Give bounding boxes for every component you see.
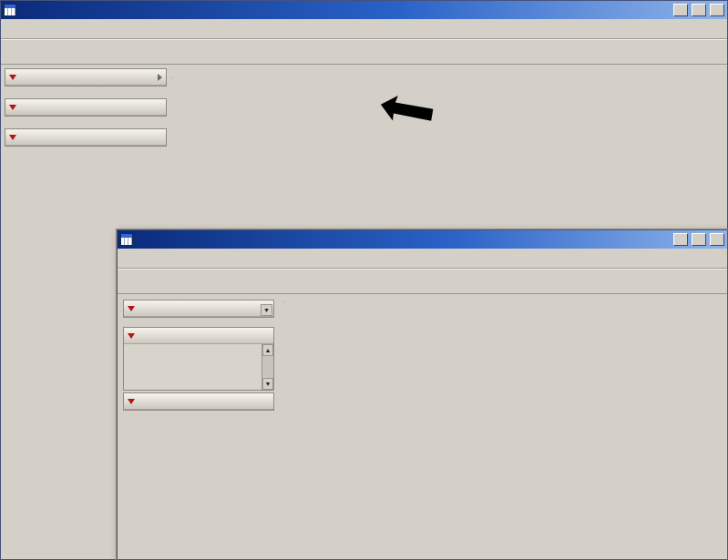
columns-panel [5, 98, 167, 117]
columns-list-wrap [124, 344, 273, 390]
window-big-class [117, 229, 728, 560]
rows-panel-header[interactable] [5, 129, 166, 146]
red-triangle-menu-icon[interactable] [128, 399, 135, 404]
maximize-button[interactable] [692, 233, 706, 246]
scroll-up-button[interactable] [262, 344, 273, 356]
toolbar [118, 269, 727, 294]
table-scripts-panel [5, 68, 167, 87]
chevron-right-icon[interactable] [158, 74, 162, 81]
scroll-down-button[interactable] [262, 378, 273, 390]
rows-panel [123, 392, 274, 411]
menu-bar [118, 249, 727, 269]
columns-panel-header[interactable] [124, 328, 273, 344]
table-scripts-panel [123, 300, 274, 318]
maximize-button[interactable] [692, 4, 706, 16]
red-triangle-menu-icon[interactable] [9, 105, 16, 110]
red-triangle-menu-icon[interactable] [128, 333, 135, 339]
close-button[interactable] [710, 4, 724, 16]
red-triangle-menu-icon[interactable] [9, 75, 16, 80]
red-triangle-menu-icon[interactable] [128, 306, 135, 311]
rows-panel-header[interactable] [124, 393, 273, 410]
scripts-panel-header[interactable] [124, 300, 273, 317]
main-titlebar[interactable] [1, 1, 727, 19]
red-triangle-menu-icon[interactable] [9, 135, 16, 140]
data-grid [283, 301, 284, 302]
menu-bar [1, 19, 727, 39]
minimize-button[interactable] [673, 4, 688, 16]
scroll-down-button[interactable] [261, 304, 272, 316]
data-grid [172, 77, 173, 78]
toolbar [1, 39, 727, 65]
desktop [0, 0, 728, 560]
columns-panel-header[interactable] [5, 99, 166, 116]
scripts-panel-header[interactable] [5, 69, 166, 86]
jmp-app-icon [4, 4, 16, 16]
columns-panel [123, 327, 274, 391]
front-titlebar[interactable] [118, 230, 727, 249]
jmp-app-icon [120, 233, 133, 246]
close-button[interactable] [710, 233, 724, 246]
minimize-button[interactable] [673, 233, 688, 246]
sidebar [118, 294, 278, 559]
columns-scrollbar[interactable] [261, 344, 273, 390]
rows-panel [5, 128, 167, 147]
